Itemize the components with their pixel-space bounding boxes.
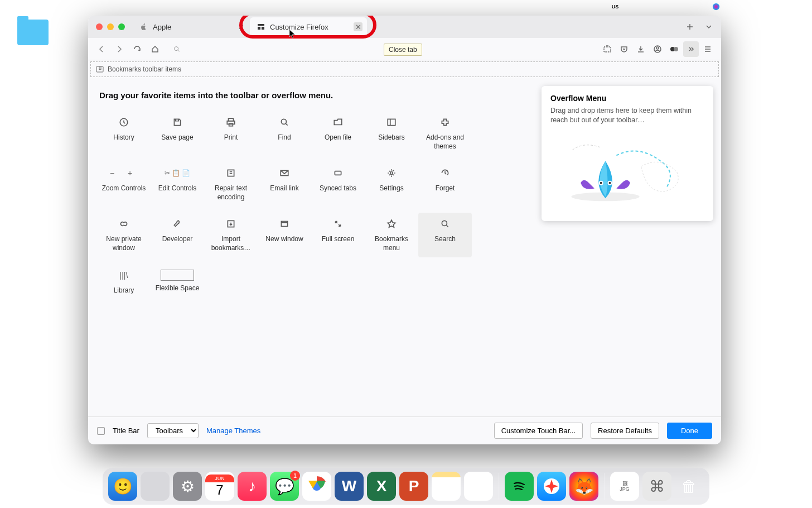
control-center-icon[interactable]: [695, 3, 704, 11]
item-developer[interactable]: Developer: [151, 213, 204, 257]
item-full-screen[interactable]: Full screen: [311, 213, 365, 257]
overflow-button[interactable]: [683, 41, 699, 57]
screenshot-button[interactable]: [600, 41, 615, 57]
menubar-date[interactable]: Tue Jun 7: [728, 3, 760, 11]
user-icon[interactable]: [645, 3, 654, 11]
tab-apple[interactable]: Apple ✕: [133, 17, 250, 36]
forward-button[interactable]: [112, 41, 127, 57]
tab-close-button[interactable]: ✕: [354, 22, 362, 31]
apple-logo-icon[interactable]: [7, 3, 14, 11]
menu-bookmarks[interactable]: Bookmarks: [153, 3, 190, 11]
dock-chrome[interactable]: [302, 472, 331, 501]
timemachine-icon[interactable]: [661, 3, 670, 11]
item-edit-controls[interactable]: ✂ 📋 📄Edit Controls: [151, 162, 204, 206]
dock-file-jpg[interactable]: 🖼JPG: [610, 472, 639, 501]
dock-notes[interactable]: [432, 472, 461, 501]
menu-history[interactable]: History: [122, 3, 144, 11]
back-button[interactable]: [94, 41, 109, 57]
dock-music[interactable]: ♪: [238, 472, 267, 501]
dock-powerpoint[interactable]: P: [399, 472, 428, 501]
dock-safari[interactable]: [537, 472, 566, 501]
overflow-menu-panel[interactable]: Overflow Menu Drag and drop items here t…: [542, 86, 713, 221]
item-synced-tabs[interactable]: Synced tabs: [311, 162, 365, 206]
item-private-window[interactable]: New private window: [97, 213, 151, 257]
menu-view[interactable]: View: [98, 3, 113, 11]
reload-button[interactable]: [129, 41, 145, 57]
menu-edit[interactable]: Edit: [76, 3, 88, 11]
menu-help[interactable]: Help: [259, 3, 274, 11]
dock-slack[interactable]: ⁂: [464, 472, 493, 501]
dock-app-generic[interactable]: ⌘: [642, 472, 671, 501]
toolbars-dropdown[interactable]: Toolbars: [147, 423, 199, 438]
item-find[interactable]: Find: [258, 111, 311, 155]
menu-file[interactable]: File: [55, 3, 67, 11]
item-flexible-space[interactable]: Flexible Space: [151, 264, 204, 300]
app-menu-button[interactable]: [700, 41, 716, 57]
dock-launchpad[interactable]: [141, 472, 170, 501]
dock-calendar[interactable]: JUN7: [205, 472, 234, 501]
item-save-page[interactable]: Save page: [151, 111, 204, 155]
window-maximize-button[interactable]: [118, 23, 125, 30]
dropbox-icon[interactable]: [526, 3, 535, 11]
restore-defaults-button[interactable]: Restore Defaults: [591, 423, 659, 439]
item-zoom-controls[interactable]: − +Zoom Controls: [97, 162, 151, 206]
downloads-button[interactable]: [633, 41, 649, 57]
window-close-button[interactable]: [96, 23, 103, 30]
tab-dropdown-button[interactable]: [704, 22, 713, 31]
title-bar-checkbox[interactable]: [97, 427, 105, 435]
dock-system-preferences[interactable]: ⚙: [173, 472, 202, 501]
menubar-app-name[interactable]: Firefox: [22, 3, 46, 11]
spotlight-icon[interactable]: [678, 3, 687, 11]
item-sidebars[interactable]: Sidebars: [365, 111, 418, 155]
dock-finder[interactable]: 🙂: [108, 472, 137, 501]
manage-themes-link[interactable]: Manage Themes: [206, 426, 260, 435]
bookmark-icon: [95, 65, 104, 74]
siri-icon[interactable]: [712, 3, 721, 11]
address-bar[interactable]: [168, 41, 594, 57]
bluetooth-icon[interactable]: [577, 3, 586, 11]
customize-touch-bar-button[interactable]: Customize Touch Bar...: [494, 423, 583, 439]
done-button[interactable]: Done: [667, 423, 712, 439]
dock-word[interactable]: W: [335, 472, 364, 501]
item-repair-encoding[interactable]: Repair text encoding: [204, 162, 258, 206]
location-icon[interactable]: [510, 3, 519, 11]
home-button[interactable]: [147, 41, 163, 57]
input-source-icon[interactable]: US: [610, 3, 621, 10]
item-email-link[interactable]: Email link: [258, 162, 311, 206]
item-forget[interactable]: Forget: [418, 162, 472, 206]
wifi-icon[interactable]: [628, 3, 637, 11]
svg-rect-12: [258, 27, 260, 30]
tab-customize-firefox[interactable]: Customize Firefox ✕: [250, 17, 367, 36]
dock-excel[interactable]: X: [367, 472, 396, 501]
dock-spotify[interactable]: [505, 472, 534, 501]
item-import-bookmarks[interactable]: Import bookmarks…: [204, 213, 258, 257]
volume-icon[interactable]: [560, 3, 569, 11]
item-search[interactable]: Search: [418, 213, 472, 257]
messages-badge: 1: [290, 471, 300, 481]
item-print[interactable]: Print: [204, 111, 258, 155]
phone-icon[interactable]: [543, 3, 552, 11]
battery-icon[interactable]: [593, 3, 602, 11]
bookmarks-toolbar-placeholder[interactable]: Bookmarks toolbar items: [90, 61, 719, 77]
item-new-window[interactable]: New window: [258, 213, 311, 257]
desktop-folder-work[interactable]: Work: [13, 20, 52, 56]
menu-tools[interactable]: Tools: [199, 3, 215, 11]
menu-window[interactable]: Window: [225, 3, 250, 11]
window-minimize-button[interactable]: [107, 23, 114, 30]
extension-button[interactable]: [666, 41, 682, 57]
item-history[interactable]: History: [97, 111, 151, 155]
item-bookmarks-menu[interactable]: Bookmarks menu: [365, 213, 418, 257]
new-tab-button[interactable]: [685, 22, 694, 31]
menubar-time[interactable]: 5:59:47 PM: [768, 3, 806, 11]
item-settings[interactable]: Settings: [365, 162, 418, 206]
dock-trash[interactable]: 🗑: [675, 472, 704, 501]
tab-close-button[interactable]: ✕: [236, 22, 245, 31]
account-button[interactable]: [650, 41, 665, 57]
customize-favicon-icon: [257, 22, 265, 31]
item-library[interactable]: |||\Library: [97, 264, 151, 300]
item-open-file[interactable]: Open file: [311, 111, 365, 155]
item-addons[interactable]: Add-ons and themes: [418, 111, 472, 155]
pocket-button[interactable]: [616, 41, 632, 57]
dock-firefox[interactable]: 🦊: [569, 472, 598, 501]
dock-messages[interactable]: 💬1: [270, 472, 299, 501]
